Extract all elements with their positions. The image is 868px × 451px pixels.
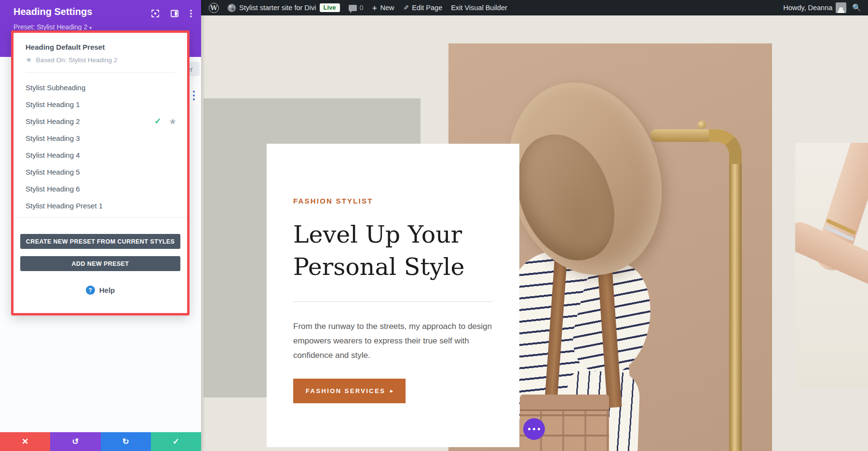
wp-logo-menu[interactable]: W: [209, 3, 219, 13]
hero-card: FASHION STYLIST Level Up Your Personal S…: [267, 144, 519, 447]
undo-button[interactable]: ↺: [50, 432, 100, 451]
comment-bubble-icon: [349, 5, 357, 11]
preset-item-stylist-heading-4[interactable]: Stylist Heading 4: [14, 147, 187, 164]
fashion-services-label: FASHION SERVICES: [306, 387, 385, 395]
edit-page-menu[interactable]: ✎ Edit Page: [403, 4, 443, 12]
preset-item-stylist-heading-2[interactable]: Stylist Heading 2 ✓ ★: [14, 113, 187, 130]
hero-divider: [293, 301, 493, 302]
rack-pole: [729, 164, 742, 451]
new-label: New: [380, 4, 394, 12]
search-icon[interactable]: 🔍: [852, 3, 861, 12]
panel-title: Heading Settings: [14, 6, 92, 17]
comments-count: 0: [360, 4, 364, 12]
hero-heading-line2: Personal Style: [293, 251, 493, 283]
exit-label: Exit Visual Builder: [451, 4, 507, 12]
hero-paragraph: From the runway to the streets, my appro…: [293, 319, 493, 363]
star-icon: ★: [26, 55, 32, 64]
hero-eyebrow: FASHION STYLIST: [293, 197, 493, 205]
wordpress-logo-icon: W: [209, 3, 219, 13]
site-icon: [228, 4, 236, 12]
create-new-preset-button[interactable]: CREATE NEW PRESET FROM CURRENT STYLES: [20, 234, 180, 249]
check-icon: ✓: [173, 437, 179, 447]
section-options-fab[interactable]: [523, 418, 545, 440]
fashion-services-button[interactable]: FASHION SERVICES ▸: [293, 379, 406, 403]
preset-list: Stylist Subheading Stylist Heading 1 Sty…: [14, 73, 187, 218]
arm-bracelets-photo: [795, 143, 868, 388]
howdy-text: Howdy, Deanna: [783, 4, 832, 12]
based-on-row: ★ Based On: Stylist Heading 2: [26, 55, 175, 73]
screen: W Stylist starter site for Divi Live 0 +…: [0, 0, 868, 451]
rack-finial: [698, 121, 706, 129]
based-on-label: Based On: Stylist Heading 2: [36, 56, 117, 64]
avatar: [836, 2, 846, 13]
exit-visual-builder[interactable]: Exit Visual Builder: [451, 4, 507, 12]
panel-layout-icon[interactable]: [170, 9, 179, 18]
comments-menu[interactable]: 0: [349, 4, 364, 12]
help-link[interactable]: ? Help: [14, 286, 187, 295]
live-badge: Live: [320, 3, 340, 12]
panel-kebab-icon[interactable]: [190, 9, 192, 18]
redo-button[interactable]: ↻: [101, 432, 151, 451]
redo-icon: ↻: [122, 437, 129, 447]
preset-item-stylist-heading-preset-1[interactable]: Stylist Heading Preset 1: [14, 197, 187, 214]
preset-item-stylist-heading-6[interactable]: Stylist Heading 6: [14, 180, 187, 197]
site-name: Stylist starter site for Divi: [239, 4, 316, 12]
help-question-icon: ?: [86, 286, 95, 295]
favorite-star-icon[interactable]: ★: [169, 116, 176, 127]
preset-item-stylist-subheading[interactable]: Stylist Subheading: [14, 79, 187, 96]
add-new-preset-button[interactable]: ADD NEW PRESET: [20, 256, 180, 271]
hero-heading: Level Up Your Personal Style: [293, 219, 493, 283]
close-icon: ✕: [22, 437, 28, 447]
default-preset-title: Heading Default Preset: [26, 43, 175, 51]
save-button[interactable]: ✓: [151, 432, 201, 451]
new-menu[interactable]: + New: [372, 4, 394, 12]
plus-icon: +: [372, 4, 377, 12]
preset-item-stylist-heading-1[interactable]: Stylist Heading 1: [14, 96, 187, 113]
edit-page-label: Edit Page: [412, 4, 442, 12]
focus-mode-icon[interactable]: [151, 9, 160, 18]
help-label: Help: [99, 286, 115, 294]
discard-button[interactable]: ✕: [0, 432, 50, 451]
preset-dropdown-toggle[interactable]: Preset: Stylist Heading 2▾: [14, 23, 92, 31]
active-check-icon: ✓: [154, 116, 161, 126]
preset-item-stylist-heading-5[interactable]: Stylist Heading 5: [14, 164, 187, 180]
pencil-icon: ✎: [403, 4, 409, 12]
preset-dropdown: Heading Default Preset ★ Based On: Styli…: [11, 30, 190, 315]
panel-action-bar: ✕ ↺ ↻ ✓: [0, 432, 201, 451]
button-arrow-icon: ▸: [390, 388, 393, 394]
undo-icon: ↺: [72, 437, 79, 447]
preset-item-stylist-heading-3[interactable]: Stylist Heading 3: [14, 130, 187, 147]
site-menu[interactable]: Stylist starter site for Divi Live: [228, 3, 340, 12]
account-menu[interactable]: Howdy, Deanna: [783, 2, 846, 13]
caret-down-icon: ▾: [89, 25, 92, 30]
hero-heading-line1: Level Up Your: [293, 219, 493, 251]
heading-settings-panel: Heading Settings Preset: Stylist Heading…: [0, 0, 201, 451]
